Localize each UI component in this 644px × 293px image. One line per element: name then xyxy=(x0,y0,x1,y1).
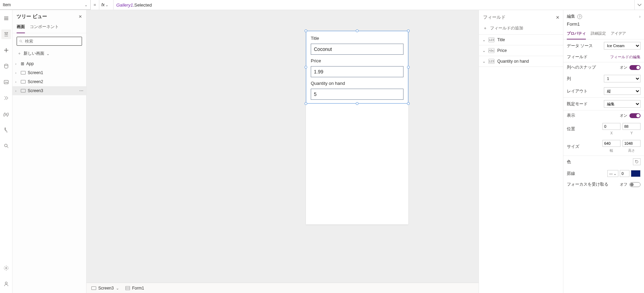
resize-handle-se[interactable] xyxy=(407,102,410,105)
field-row-price[interactable]: Abc Price xyxy=(479,45,563,56)
property-selector[interactable]: Item xyxy=(0,0,91,10)
svg-point-2 xyxy=(4,144,7,147)
tree-search-input[interactable] xyxy=(25,39,80,44)
form-card-price[interactable]: Price 1.99 xyxy=(306,55,408,78)
chevron-down-icon xyxy=(637,2,642,7)
prop-label-border: 罫線 xyxy=(567,171,575,176)
chevron-right-icon[interactable]: › xyxy=(639,14,641,19)
resize-handle-nw[interactable] xyxy=(305,29,307,32)
fields-panel: フィールド ✕ ＋ フィールドの追加 123 Title Abc Price 1… xyxy=(479,10,563,293)
tree-item-screen2[interactable]: › Screen2 xyxy=(12,77,86,86)
screen-icon xyxy=(91,286,96,290)
variables-button[interactable]: (x) xyxy=(1,109,11,119)
equals-sign: = xyxy=(91,2,99,7)
tree-view-button[interactable] xyxy=(1,29,11,39)
resize-handle-w[interactable] xyxy=(305,66,307,69)
field-row-label: Price xyxy=(497,48,507,53)
axis-label-width: 幅 xyxy=(610,148,613,153)
new-screen-button[interactable]: ＋ 新しい画面 xyxy=(12,49,86,59)
tree-item-screen3[interactable]: › Screen3 ⋯ xyxy=(12,86,86,95)
form-field-input[interactable]: 1.99 xyxy=(311,66,403,77)
prop-label-data-source: データ ソース xyxy=(567,43,593,48)
prop-label-color: 色 xyxy=(567,159,571,165)
power-automate-button[interactable] xyxy=(1,93,11,103)
chevron-down-icon xyxy=(482,59,486,64)
reset-icon xyxy=(635,160,639,164)
props-tab-advanced[interactable]: 詳細設定 xyxy=(591,29,606,39)
tree-item-screen1[interactable]: › Screen1 xyxy=(12,68,86,77)
close-fields-button[interactable]: ✕ xyxy=(556,15,560,20)
formula-input[interactable]: Gallery1.Selected xyxy=(114,0,634,10)
position-y-input[interactable] xyxy=(623,123,641,130)
field-row-title[interactable]: 123 Title xyxy=(479,34,563,45)
form-control-selected[interactable]: Title Coconut Price 1.99 Quantity on han… xyxy=(306,31,408,104)
chevron-down-icon xyxy=(482,37,486,42)
fx-label: fx xyxy=(101,2,105,7)
plus-icon: ＋ xyxy=(483,25,487,31)
canvas-stage[interactable]: Title Coconut Price 1.99 Quantity on han… xyxy=(87,10,479,283)
field-row-label: Title xyxy=(497,37,505,42)
tree-item-app[interactable]: › ⊞ App xyxy=(12,59,86,68)
default-mode-select[interactable]: 編集 xyxy=(604,100,641,108)
columns-select[interactable]: 1 xyxy=(604,75,641,82)
add-field-button[interactable]: ＋ フィールドの追加 xyxy=(479,24,563,35)
axis-label-x: X xyxy=(610,131,613,135)
form-card-title[interactable]: Title Coconut xyxy=(306,33,408,55)
form-card-quantity[interactable]: Quantity on hand 5 xyxy=(306,78,408,100)
data-source-select[interactable]: Ice Cream xyxy=(604,42,641,50)
breadcrumb-control[interactable]: Form1 xyxy=(125,286,144,291)
insert-button[interactable] xyxy=(1,45,11,55)
border-color-swatch[interactable] xyxy=(631,170,641,177)
size-width-input[interactable] xyxy=(602,140,620,147)
resize-handle-sw[interactable] xyxy=(305,102,307,105)
field-row-quantity[interactable]: 123 Quantity on hand xyxy=(479,56,563,67)
resize-handle-n[interactable] xyxy=(356,29,359,32)
form-field-input[interactable]: Coconut xyxy=(311,44,403,55)
tree-item-label: Screen3 xyxy=(28,88,43,93)
hamburger-button[interactable] xyxy=(1,14,11,23)
prop-label-snap: 列へのスナップ xyxy=(567,65,596,70)
visible-toggle[interactable] xyxy=(629,113,641,118)
media-button[interactable] xyxy=(1,77,11,87)
search-icon xyxy=(19,39,23,43)
tree-item-label: App xyxy=(26,61,34,66)
fx-button[interactable]: fx xyxy=(99,0,114,10)
advanced-tools-button[interactable] xyxy=(1,125,11,135)
help-icon[interactable]: ? xyxy=(577,14,582,19)
layout-select[interactable]: 縦 xyxy=(604,87,641,95)
prop-label-fields: フィールド xyxy=(567,54,588,60)
close-tree-button[interactable]: ✕ xyxy=(79,14,82,19)
svg-point-4 xyxy=(5,282,7,284)
search-button[interactable] xyxy=(1,141,11,151)
resize-handle-ne[interactable] xyxy=(407,29,410,32)
data-button[interactable] xyxy=(1,61,11,71)
props-tab-ideas[interactable]: アイデア xyxy=(611,29,626,39)
resize-handle-s[interactable] xyxy=(356,102,359,105)
tree-search[interactable] xyxy=(17,37,82,46)
color-reset-button[interactable] xyxy=(633,158,641,165)
tree-item-label: Screen2 xyxy=(28,79,43,84)
props-tab-properties[interactable]: プロパティ xyxy=(567,29,586,39)
border-style-select[interactable]: — ⌄ xyxy=(607,170,618,177)
tree-panel: ツリー ビュー ✕ 画面 コンポーネント ＋ 新しい画面 › ⊞ App xyxy=(12,10,87,293)
new-screen-label: 新しい画面 xyxy=(24,51,44,56)
form-field-label: Quantity on hand xyxy=(311,81,403,86)
screen-icon xyxy=(21,71,26,74)
size-height-input[interactable] xyxy=(623,140,641,147)
resize-handle-e[interactable] xyxy=(407,66,410,69)
edit-fields-link[interactable]: フィールドの編集 xyxy=(610,54,641,60)
expand-formula-button[interactable] xyxy=(634,0,644,10)
focus-toggle[interactable] xyxy=(629,182,641,187)
tree-tab-screen[interactable]: 画面 xyxy=(17,22,25,33)
tree-tab-component[interactable]: コンポーネント xyxy=(30,22,59,33)
border-width-input[interactable] xyxy=(620,170,629,177)
virtual-agent-button[interactable] xyxy=(1,279,11,289)
position-x-input[interactable] xyxy=(602,123,620,130)
more-menu-button[interactable]: ⋯ xyxy=(79,88,83,93)
breadcrumb-screen[interactable]: Screen3 xyxy=(91,286,119,291)
settings-button[interactable] xyxy=(1,263,11,273)
snap-toggle[interactable] xyxy=(629,65,641,70)
form-field-input[interactable]: 5 xyxy=(311,89,403,100)
chevron-down-icon xyxy=(482,48,486,53)
screen-icon xyxy=(21,80,26,83)
